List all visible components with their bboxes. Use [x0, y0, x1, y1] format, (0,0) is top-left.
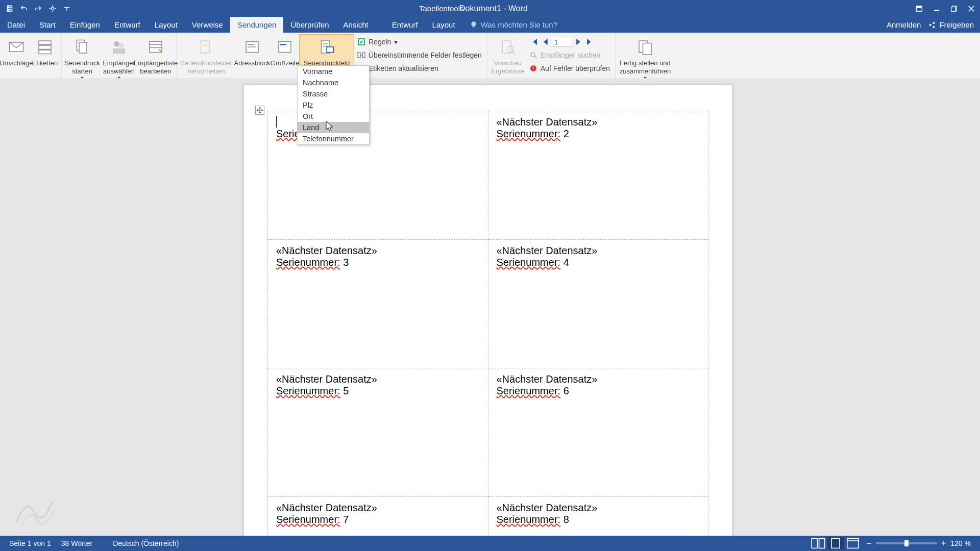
- zoom-control: − + 120 %: [861, 538, 976, 549]
- serial-label: Serienummer:: [497, 257, 561, 268]
- ribbon-display-options-button[interactable]: [911, 0, 928, 17]
- save-button[interactable]: [3, 3, 16, 15]
- labels-button[interactable]: Etiketten: [31, 34, 59, 82]
- label-cell-4[interactable]: «Nächster Datensatz» Serienummer: 4: [488, 240, 708, 368]
- ribbon-tabs: Datei Start Einfügen Entwurf Layout Verw…: [0, 17, 980, 33]
- tab-design[interactable]: Entwurf: [107, 17, 148, 33]
- field-item-telefon[interactable]: Telefonnummer: [298, 133, 369, 144]
- error-check-icon: !: [529, 64, 537, 72]
- highlight-fields-button[interactable]: Seriendruckfelder hervorheben: [179, 34, 234, 82]
- label-cell-3[interactable]: «Nächster Datensatz» Serienummer: 3: [268, 240, 488, 368]
- svg-text:!: !: [532, 66, 534, 71]
- start-mailmerge-button[interactable]: Seriendruck starten▼: [64, 34, 101, 82]
- status-language[interactable]: Deutsch (Österreich): [108, 539, 184, 547]
- serial-label: Serienummer:: [276, 385, 340, 396]
- touch-mode-button[interactable]: [46, 3, 59, 15]
- check-errors-button[interactable]: ! Auf Fehler überprüfen: [526, 62, 613, 75]
- label-cell-2[interactable]: «Nächster Datensatz» Serienummer: 2: [488, 111, 708, 240]
- svg-line-40: [512, 52, 515, 54]
- svg-rect-23: [201, 41, 210, 53]
- tab-view[interactable]: Ansicht: [336, 17, 376, 33]
- qat-customize-button[interactable]: [60, 3, 74, 15]
- redo-button[interactable]: [32, 3, 45, 15]
- label-cell-5[interactable]: «Nächster Datensatz» Serienummer: 5: [268, 368, 488, 497]
- svg-rect-38: [502, 41, 511, 53]
- addressblock-button[interactable]: Adressblock: [234, 34, 271, 82]
- tab-table-design[interactable]: Entwurf: [385, 17, 425, 33]
- label-cell-6[interactable]: «Nächster Datensatz» Serienummer: 6: [488, 368, 708, 497]
- zoom-level[interactable]: 120 %: [950, 539, 971, 547]
- field-item-nachname[interactable]: Nachname: [298, 77, 369, 88]
- view-print-button[interactable]: [827, 537, 844, 549]
- svg-point-0: [51, 7, 54, 10]
- zoom-in-button[interactable]: +: [941, 538, 947, 549]
- page: Serienu «Nächster Datensatz» Serienummer…: [244, 85, 732, 551]
- share-button[interactable]: Freigeben: [928, 20, 974, 29]
- mailmerge-icon: [72, 37, 92, 57]
- rules-icon: [357, 38, 365, 46]
- edit-recipients-button[interactable]: Empfängerliste bearbeiten: [137, 34, 174, 82]
- match-fields-button[interactable]: Übereinstimmende Felder festlegen: [354, 48, 485, 62]
- field-item-plz[interactable]: Plz: [298, 99, 369, 111]
- svg-point-9: [933, 22, 935, 24]
- envelope-icon: [6, 37, 27, 57]
- field-item-strasse[interactable]: Strasse: [298, 88, 369, 99]
- select-recipients-button[interactable]: Empfänger auswählen▼: [101, 34, 137, 82]
- text-cursor: [276, 116, 277, 128]
- tab-home[interactable]: Start: [32, 17, 63, 33]
- find-recipient-button[interactable]: Empfänger suchen: [526, 48, 613, 62]
- next-record-field: «Nächster Datensatz»: [497, 502, 598, 513]
- record-number-input[interactable]: [552, 37, 572, 47]
- title-center: Tabellentools Dokument1 - Word: [77, 0, 911, 17]
- serial-label: Serienummer:: [497, 128, 561, 139]
- table-move-handle[interactable]: [255, 106, 264, 115]
- tell-me-search[interactable]: Was möchten Sie tun?: [462, 17, 557, 33]
- ribbon-right: Anmelden Freigeben: [887, 17, 980, 33]
- tab-insert[interactable]: Einfügen: [63, 17, 107, 33]
- minimize-button[interactable]: [928, 0, 945, 17]
- svg-line-42: [534, 56, 536, 58]
- field-item-ort[interactable]: Ort: [298, 111, 369, 122]
- serial-value: 3: [340, 257, 349, 268]
- status-wordcount[interactable]: 38 Wörter: [56, 539, 97, 547]
- insert-field-icon: [316, 37, 337, 57]
- context-tab-title: Tabellentools: [411, 0, 472, 17]
- labels-table: Serienu «Nächster Datensatz» Serienummer…: [267, 111, 708, 551]
- tab-table-layout[interactable]: Layout: [425, 17, 462, 33]
- tab-references[interactable]: Verweise: [185, 17, 230, 33]
- tab-review[interactable]: Überprüfen: [283, 17, 336, 33]
- preview-results-button[interactable]: Vorschau Ergebnisse: [489, 34, 526, 82]
- status-page[interactable]: Seite 1 von 1: [4, 539, 56, 547]
- tab-layout[interactable]: Layout: [148, 17, 185, 33]
- restore-button[interactable]: [945, 0, 963, 17]
- finish-merge-button[interactable]: Fertig stellen und zusammenführen▼: [618, 34, 673, 82]
- view-read-button[interactable]: [810, 537, 826, 549]
- undo-button[interactable]: [17, 3, 31, 15]
- rules-button[interactable]: Regeln ▾: [354, 35, 485, 48]
- zoom-slider[interactable]: [876, 542, 937, 544]
- last-record-button[interactable]: [584, 37, 595, 47]
- svg-rect-19: [113, 48, 125, 54]
- tab-mailings[interactable]: Sendungen: [230, 17, 284, 33]
- serial-value: 6: [560, 385, 569, 396]
- envelopes-button[interactable]: Umschläge: [2, 34, 31, 82]
- serial-label: Serienummer:: [276, 514, 340, 525]
- greetingline-button[interactable]: Grußzeile: [271, 34, 299, 82]
- tab-file[interactable]: Datei: [0, 17, 32, 33]
- document-area[interactable]: Serienu «Nächster Datensatz» Serienummer…: [0, 78, 980, 536]
- svg-rect-50: [812, 538, 817, 548]
- signin-link[interactable]: Anmelden: [887, 20, 921, 29]
- field-item-vorname[interactable]: Vorname: [298, 66, 369, 77]
- close-button[interactable]: [963, 0, 980, 17]
- next-record-button[interactable]: [573, 37, 583, 47]
- search-icon: [529, 51, 537, 59]
- zoom-out-button[interactable]: −: [866, 538, 872, 549]
- view-web-button[interactable]: [845, 537, 861, 549]
- share-icon: [928, 21, 936, 29]
- update-labels-button[interactable]: Etiketten aktualisieren: [354, 62, 485, 75]
- prev-record-button[interactable]: [541, 37, 551, 47]
- svg-rect-28: [279, 42, 291, 53]
- serial-label: Serienummer:: [497, 385, 561, 396]
- first-record-button[interactable]: [529, 37, 540, 47]
- next-record-field: «Nächster Datensatz»: [497, 373, 598, 385]
